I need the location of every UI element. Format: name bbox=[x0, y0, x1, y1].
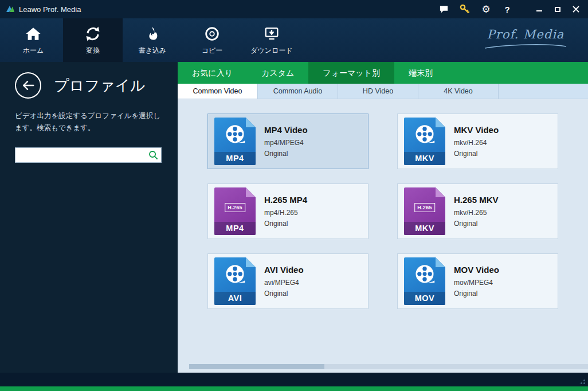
profile-format: avi/MPEG4 bbox=[264, 279, 304, 287]
minimize-icon bbox=[536, 10, 542, 11]
profile-quality: Original bbox=[264, 290, 304, 298]
window-title: Leawo Prof. Media bbox=[19, 5, 81, 14]
burn-flame-icon bbox=[143, 25, 162, 43]
back-button[interactable] bbox=[15, 72, 41, 99]
profile-title: AVI Video bbox=[264, 265, 304, 275]
nav-item-home[interactable]: ホーム bbox=[3, 18, 63, 62]
copy-disc-icon bbox=[203, 25, 221, 43]
file-type-icon: AVI bbox=[214, 257, 256, 305]
brand-logo: Prof. Media bbox=[483, 28, 569, 52]
profile-card[interactable]: MKV MKV Video mkv/H.264 Original bbox=[397, 114, 558, 169]
nav-item-convert[interactable]: 変換 bbox=[63, 18, 123, 62]
nav-item-copy[interactable]: コピー bbox=[182, 18, 242, 62]
codec-badge: H.265 bbox=[414, 203, 435, 212]
profile-card[interactable]: H.265 MP4 H.265 MP4 mp4/H.265 Original bbox=[207, 183, 369, 239]
main-nav: ホーム 変換 書き込み コピー bbox=[0, 18, 588, 62]
file-extension-label: MKV bbox=[404, 222, 445, 235]
profile-format: mkv/H.264 bbox=[454, 139, 499, 147]
convert-icon bbox=[84, 25, 102, 43]
file-type-icon: MKV bbox=[404, 118, 445, 165]
profile-title: MKV Video bbox=[454, 125, 499, 135]
nav-item-download[interactable]: ダウンロード bbox=[242, 18, 301, 62]
help-icon[interactable] bbox=[501, 3, 513, 15]
profile-card-grid: MP4 MP4 Video mp4/MPEG4 Original MKV MKV… bbox=[178, 99, 588, 309]
category-tab-1[interactable]: Common Audio bbox=[258, 84, 338, 99]
film-reel-icon bbox=[411, 261, 438, 288]
profile-title: MOV Video bbox=[454, 265, 499, 275]
profile-format: mkv/H.265 bbox=[454, 209, 499, 217]
horizontal-scrollbar-thumb[interactable] bbox=[189, 364, 324, 369]
app-window: Leawo Prof. Media ホーム bbox=[0, 0, 588, 391]
feedback-bubble-icon[interactable] bbox=[438, 3, 449, 15]
horizontal-scrollbar-track[interactable] bbox=[189, 364, 588, 369]
profile-quality: Original bbox=[454, 290, 499, 298]
file-extension-label: MOV bbox=[404, 292, 445, 305]
close-icon bbox=[573, 6, 579, 13]
category-tab-0[interactable]: Common Video bbox=[178, 84, 258, 99]
register-key-icon[interactable] bbox=[459, 3, 471, 15]
close-button[interactable] bbox=[569, 3, 583, 15]
maximize-icon bbox=[555, 7, 560, 12]
profile-quality: Original bbox=[264, 220, 307, 228]
film-reel-icon bbox=[222, 261, 248, 288]
app-logo-icon bbox=[6, 5, 15, 14]
profile-card[interactable]: MOV MOV Video mov/MPEG4 Original bbox=[397, 253, 558, 309]
profile-info: H.265 MKV mkv/H.265 Original bbox=[454, 195, 499, 228]
profile-quality: Original bbox=[454, 220, 499, 228]
search-input[interactable] bbox=[15, 147, 162, 163]
category-tab-3[interactable]: 4K Video bbox=[418, 84, 499, 99]
category-tab-2[interactable]: HD Video bbox=[338, 84, 418, 99]
file-extension-label: MP4 bbox=[214, 222, 256, 235]
profile-info: AVI Video avi/MPEG4 Original bbox=[264, 265, 304, 298]
minimize-button[interactable] bbox=[532, 3, 547, 15]
file-extension-label: MKV bbox=[404, 152, 445, 165]
format-tab-3[interactable]: 端末別 bbox=[394, 62, 447, 84]
back-arrow-icon bbox=[21, 78, 36, 93]
profile-info: MOV Video mov/MPEG4 Original bbox=[454, 265, 499, 298]
maximize-button[interactable] bbox=[550, 3, 565, 15]
file-type-icon: MOV bbox=[404, 257, 445, 305]
profile-sidebar: プロファイル ビデオ出力を設定するプロファイルを選択します。検索もできます。 bbox=[0, 62, 178, 373]
format-tab-bar: お気に入りカスタムフォーマット別端末別 bbox=[178, 62, 588, 84]
format-tab-1[interactable]: カスタム bbox=[247, 62, 308, 84]
download-icon bbox=[262, 25, 281, 43]
search-box bbox=[15, 147, 162, 163]
profile-format: mp4/MPEG4 bbox=[264, 139, 308, 147]
bottom-accent-strip bbox=[0, 386, 588, 391]
search-icon[interactable] bbox=[148, 150, 159, 163]
profile-quality: Original bbox=[454, 150, 499, 158]
profile-card[interactable]: AVI AVI Video avi/MPEG4 Original bbox=[207, 253, 369, 309]
codec-badge: H.265 bbox=[225, 203, 245, 212]
film-reel-icon bbox=[222, 122, 248, 148]
folded-corner bbox=[246, 187, 256, 197]
profile-info: H.265 MP4 mp4/H.265 Original bbox=[264, 195, 307, 228]
folded-corner bbox=[436, 187, 445, 197]
file-type-icon: MP4 bbox=[214, 118, 256, 165]
resize-grip-icon[interactable] bbox=[578, 377, 586, 385]
profile-format: mp4/H.265 bbox=[264, 209, 307, 217]
file-extension-label: AVI bbox=[214, 292, 256, 305]
profile-quality: Original bbox=[264, 150, 308, 158]
profile-card[interactable]: H.265 MKV H.265 MKV mkv/H.265 Original bbox=[397, 183, 558, 239]
sidebar-title: プロファイル bbox=[54, 76, 146, 96]
titlebar: Leawo Prof. Media bbox=[0, 0, 588, 18]
profile-info: MP4 Video mp4/MPEG4 Original bbox=[264, 125, 308, 158]
profile-card[interactable]: MP4 MP4 Video mp4/MPEG4 Original bbox=[207, 114, 369, 169]
profile-title: H.265 MKV bbox=[454, 195, 499, 205]
file-type-icon: H.265 MP4 bbox=[214, 187, 256, 235]
status-bar bbox=[0, 373, 588, 386]
nav-item-burn[interactable]: 書き込み bbox=[123, 18, 182, 62]
file-type-icon: H.265 MKV bbox=[404, 187, 445, 235]
film-reel-icon bbox=[411, 122, 438, 148]
settings-gear-icon[interactable] bbox=[480, 3, 492, 15]
format-tab-0[interactable]: お気に入り bbox=[178, 62, 247, 84]
file-extension-label: MP4 bbox=[214, 152, 256, 165]
profile-title: H.265 MP4 bbox=[264, 195, 307, 205]
category-tab-bar: Common VideoCommon AudioHD Video4K Video bbox=[178, 84, 588, 99]
sidebar-description: ビデオ出力を設定するプロファイルを選択します。検索もできます。 bbox=[15, 110, 163, 135]
format-tab-2[interactable]: フォーマット別 bbox=[308, 62, 394, 84]
brand-text: Prof. Media bbox=[483, 28, 569, 41]
profile-info: MKV Video mkv/H.264 Original bbox=[454, 125, 499, 158]
profile-format: mov/MPEG4 bbox=[454, 279, 499, 287]
home-icon bbox=[24, 25, 42, 43]
